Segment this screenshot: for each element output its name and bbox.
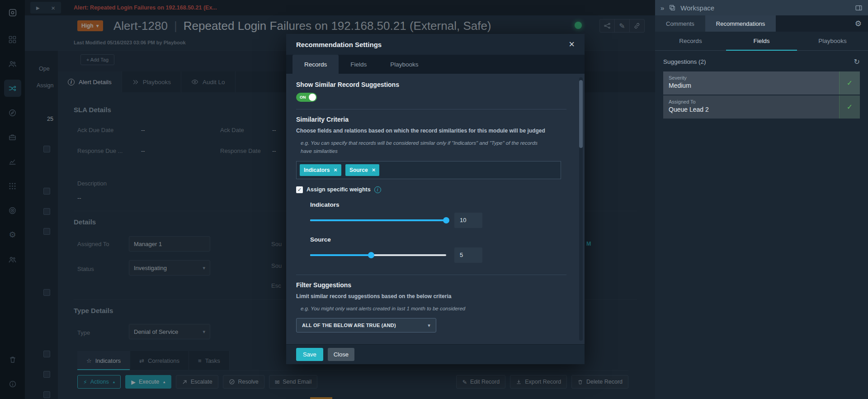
modal-scrollbar-thumb[interactable] xyxy=(579,80,583,148)
source-weight-input[interactable]: 5 xyxy=(454,247,482,263)
modal-divider xyxy=(296,109,566,109)
modal-title: Recommendation Settings xyxy=(296,41,382,48)
save-button[interactable]: Save xyxy=(296,348,323,361)
weight-slider-indicators: Indicators 10 xyxy=(310,201,566,228)
dock-panel-icon[interactable] xyxy=(855,4,863,12)
remove-tag-icon[interactable]: × xyxy=(334,167,337,173)
subtab-fields[interactable]: Fields xyxy=(726,32,797,50)
assign-weights-row: ✓ Assign specific weights i xyxy=(296,186,566,193)
criteria-tags-input[interactable]: Indicators × Source × xyxy=(296,161,561,179)
subtab-playbooks[interactable]: Playbooks xyxy=(797,32,868,50)
modal-divider xyxy=(296,275,566,275)
workspace-tabs: Comments Recommendations ⚙ xyxy=(655,15,868,32)
suggestions-header: Suggestions (2) ↻ xyxy=(655,51,868,71)
suggestions-count: Suggestions (2) xyxy=(663,58,706,65)
slider-fill xyxy=(310,219,446,221)
collapse-panel-icon[interactable]: » xyxy=(660,4,664,12)
similarity-criteria-heading: Similarity Criteria xyxy=(296,116,566,123)
slider-label: Source xyxy=(310,236,566,243)
similarity-criteria-description: Choose fields and relations based on whi… xyxy=(296,127,552,135)
filter-suggestions-heading: Filter Suggestions xyxy=(296,281,566,289)
modal-body: Show Similar Record Suggestions ON Simil… xyxy=(286,74,585,344)
similarity-criteria-example: e.g. You can specify that records will b… xyxy=(296,139,549,156)
accept-suggestion-check-icon[interactable]: ✓ xyxy=(839,95,860,119)
modal-tab-fields[interactable]: Fields xyxy=(339,55,378,74)
toggle-on-label: ON xyxy=(300,95,306,100)
workspace-tab-comments[interactable]: Comments xyxy=(655,15,705,32)
suggestion-field-label: Severity xyxy=(669,75,834,81)
workspace-panel: » Workspace Comments Recommendations ⚙ R… xyxy=(655,0,868,399)
suggestion-field-label: Assigned To xyxy=(669,99,834,104)
criteria-tag-source: Source × xyxy=(345,164,379,176)
modal-tab-records[interactable]: Records xyxy=(292,55,339,74)
condition-select[interactable]: ALL OF THE BELOW ARE TRUE (AND) ▾ xyxy=(296,318,436,332)
suggestion-card-assigned-to[interactable]: Assigned To Queue Lead 2 ✓ xyxy=(663,95,860,119)
recommendation-settings-modal: Recommendation Settings × Records Fields… xyxy=(286,34,585,364)
suggestion-field-value: Queue Lead 2 xyxy=(669,106,834,113)
assign-weights-checkbox[interactable]: ✓ xyxy=(296,186,303,193)
modal-tabs: Records Fields Playbooks xyxy=(286,55,585,74)
slider-label: Indicators xyxy=(310,201,566,208)
weight-slider-source: Source 5 xyxy=(310,236,566,263)
indicators-slider[interactable] xyxy=(310,219,446,221)
app-root: ⚙ ▶ × Alert: Repeated Login Failures on … xyxy=(0,0,868,399)
source-slider[interactable] xyxy=(310,254,446,256)
workspace-tab-recommendations[interactable]: Recommendations xyxy=(705,15,776,32)
modal-header: Recommendation Settings × xyxy=(286,34,585,55)
remove-tag-icon[interactable]: × xyxy=(372,167,376,173)
show-similar-heading: Show Similar Record Suggestions xyxy=(296,81,566,88)
modal-footer: Save Close xyxy=(286,344,585,364)
suggestion-card-severity[interactable]: Severity Medium ✓ xyxy=(663,71,860,95)
slider-fill xyxy=(310,254,371,256)
workspace-header: » Workspace xyxy=(655,0,868,15)
close-button[interactable]: Close xyxy=(328,348,354,361)
assign-weights-label: Assign specific weights xyxy=(307,186,371,193)
workspace-title: Workspace xyxy=(680,4,714,12)
slider-thumb[interactable] xyxy=(368,252,374,258)
recommendation-settings-gear-icon[interactable]: ⚙ xyxy=(855,15,862,32)
workspace-layers-icon xyxy=(669,4,676,11)
modal-close-icon[interactable]: × xyxy=(569,39,575,49)
recommendation-subtabs: Records Fields Playbooks xyxy=(655,32,868,51)
suggestion-field-value: Medium xyxy=(669,82,834,89)
subtab-records[interactable]: Records xyxy=(655,32,726,50)
show-similar-toggle[interactable]: ON xyxy=(296,93,317,102)
filter-suggestions-description: Limit similar record suggestions based o… xyxy=(296,292,552,300)
slider-thumb[interactable] xyxy=(443,217,449,223)
indicators-weight-input[interactable]: 10 xyxy=(454,213,482,228)
criteria-tag-indicators: Indicators × xyxy=(300,164,341,176)
filter-suggestions-example: e.g. You might only want alerts created … xyxy=(296,305,549,313)
caret-down-icon: ▾ xyxy=(428,323,430,328)
accept-suggestion-check-icon[interactable]: ✓ xyxy=(839,71,860,95)
refresh-icon[interactable]: ↻ xyxy=(854,57,860,66)
modal-tab-playbooks[interactable]: Playbooks xyxy=(378,55,430,74)
info-icon: i xyxy=(374,186,381,193)
toggle-knob xyxy=(309,94,316,101)
